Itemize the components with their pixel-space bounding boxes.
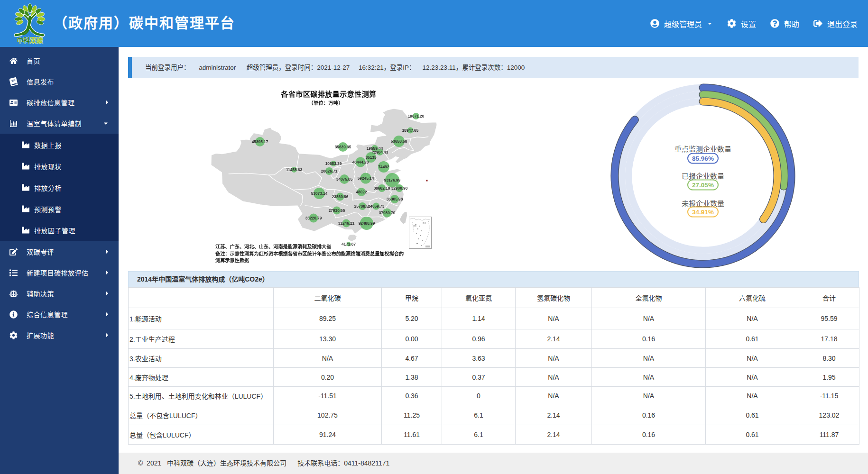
map-bubble-value: 19671.20 xyxy=(408,114,425,118)
table-col-header: 氧化亚氮 xyxy=(442,288,516,308)
app-title: （政府用）碳中和管理平台 xyxy=(53,0,235,47)
table-row: 3.农业活动N/A4.673.63N/AN/AN/A8.30 xyxy=(129,349,859,368)
table-cell: 4.废弃物处理 xyxy=(129,368,274,387)
edit-icon-wrap xyxy=(9,247,18,256)
map-note-2: 备注：示意性测算为红杉资本根据各省市区统计年鉴公布的能源终端消费总量加权拟合的 xyxy=(215,250,404,257)
logo[interactable]: 中科双碳 xyxy=(9,2,50,45)
table-cell: 3.农业活动 xyxy=(129,349,274,368)
sidebar-item-label: 双碳考评 xyxy=(27,247,54,256)
map-bubble-value: 48444.20 xyxy=(352,160,369,164)
help-button[interactable]: 帮助 xyxy=(770,18,799,29)
map-note-1: 江苏、广东、河北、山东、河南是能源消耗及碳排大省 xyxy=(215,243,332,250)
map-bubble-value: 48022 xyxy=(356,190,367,194)
sidebar-item-extended-functions[interactable]: 扩展功能 xyxy=(0,325,119,346)
map-bubble-value: 23860.86 xyxy=(332,194,349,199)
footer-text: © 2021 中科双碳（大连）生态环境技术有限公司 技术联系电话：0411-84… xyxy=(138,459,389,467)
table-cell: 6.1 xyxy=(442,425,516,445)
map-bubble-value: 37980.70 xyxy=(379,210,396,215)
industry-icon-wrap xyxy=(21,226,29,234)
sidebar-item-new-project-eval[interactable]: 新建项目碳排放评估 xyxy=(0,262,119,283)
table-head: 二氧化碳甲烷氧化亚氮氢氟碳化物全氟化物六氟化硫合计 xyxy=(129,288,859,308)
map-bubble-value: 92488.99 xyxy=(359,221,375,226)
sidebar-subitem-emission-analysis[interactable]: 排放分析 xyxy=(0,177,119,198)
info-circle-icon xyxy=(9,310,18,319)
gauge-item-value: 34.91% xyxy=(687,207,719,218)
sidebar-item-label: 综合信息管理 xyxy=(27,310,68,319)
sidebar-item-integrated-info-mgmt[interactable]: 综合信息管理 xyxy=(0,304,119,325)
table-cell: 6.1 xyxy=(442,405,516,425)
table-cell: N/A xyxy=(706,368,799,387)
map-bubble-value: 85135 xyxy=(365,155,376,160)
table-cell: -11.51 xyxy=(274,387,382,405)
table-cell: 4.67 xyxy=(382,349,442,368)
balance-scale-icon xyxy=(9,290,18,298)
industry-icon xyxy=(22,163,29,170)
sidebar-item-carbon-info-mgmt[interactable]: 碳排放信息管理 xyxy=(0,92,119,113)
table-cell: 总量（包含LULUCF） xyxy=(129,425,274,445)
caret-right-wrap xyxy=(105,332,109,338)
industry-icon-wrap xyxy=(21,183,29,191)
list-icon xyxy=(9,269,18,277)
ghg-table: 二氧化碳甲烷氧化亚氮氢氟碳化物全氟化物六氟化硫合计 1.能源活动89.255.2… xyxy=(128,287,859,445)
table-cell: 0.61 xyxy=(706,405,799,425)
table-cell: 3.63 xyxy=(442,349,516,368)
table-cell: 11.25 xyxy=(382,405,442,425)
logout-button[interactable]: 退出登录 xyxy=(813,18,858,29)
table-cell: N/A xyxy=(592,349,706,368)
table-cell: 5.土地利用、土地利用变化和林业（LULUCF） xyxy=(129,387,274,405)
table-col-header: 甲烷 xyxy=(382,288,442,308)
gauge-labels: 重点监测企业数量85.96%已报企业数量27.05%未报企业数量34.91% xyxy=(608,81,798,271)
industry-icon xyxy=(22,141,29,149)
page: {"header": {"logo_text": "中科双碳","title":… xyxy=(0,0,868,474)
caret-down-wrap xyxy=(102,120,109,127)
gauge-item-value: 27.05% xyxy=(687,180,719,191)
caret-right-icon xyxy=(105,249,109,255)
table-cell: 8.30 xyxy=(799,349,859,368)
table-col-header xyxy=(129,288,274,308)
table-row: 总量（包含LULUCF）91.2411.616.12.140.160.61111… xyxy=(129,425,859,445)
sidebar-item-label: 辅助决策 xyxy=(27,289,54,298)
sidebar-item-label: 温室气体清单编制 xyxy=(27,118,82,128)
table-cell: 1.能源活动 xyxy=(129,308,274,329)
map-bubble-value: 74492 xyxy=(378,164,389,169)
table-cell: N/A xyxy=(592,387,706,405)
sidebar-subitem-label: 预测预警 xyxy=(34,204,62,214)
settings-button[interactable]: 设置 xyxy=(727,18,756,29)
sidebar-item-home[interactable]: 首页 xyxy=(0,50,119,71)
sidebar-submenu: 数据上报排放现状排放分析预测预警排放因子管理 xyxy=(0,134,119,241)
user-menu[interactable]: 超级管理员 xyxy=(650,18,713,29)
caret-down-icon xyxy=(102,120,109,127)
table-cell: 2.14 xyxy=(516,425,592,445)
caret-right-icon xyxy=(105,311,109,318)
sidebar-subitem-forecast-warning[interactable]: 预测预警 xyxy=(0,198,119,219)
map-bubble-value: 45395.17 xyxy=(252,139,268,144)
svg-text:诸岛: 诸岛 xyxy=(413,225,417,227)
sidebar-subitem-emission-status[interactable]: 排放现状 xyxy=(0,155,119,177)
gear-icon-wrap xyxy=(9,331,18,339)
map-bubble-value: 35305.98 xyxy=(387,197,403,201)
list-icon-wrap xyxy=(9,268,18,277)
table-cell: 111.87 xyxy=(799,425,859,445)
gauge-item-label: 重点监测企业数量 xyxy=(674,144,731,154)
table-cell: 总量（不包含LULUCF） xyxy=(129,405,274,425)
map-bubble-value: 93176.99 xyxy=(384,178,401,182)
table-header-row: 二氧化碳甲烷氧化亚氮氢氟碳化物全氟化物六氟化硫合计 xyxy=(129,288,859,308)
table-col-header: 六氟化硫 xyxy=(706,288,799,308)
sidebar: 首页信息发布碳排放信息管理温室气体清单编制数据上报排放现状排放分析预测预警排放因… xyxy=(0,47,119,474)
map-bubble-value: 35639.35 xyxy=(335,145,351,149)
book-icon xyxy=(9,77,18,87)
sidebar-item-decision-support[interactable]: 辅助决策 xyxy=(0,283,119,304)
sidebar-subitem-label: 排放因子管理 xyxy=(34,226,75,235)
map-bubble-value: 38662.18 xyxy=(374,186,390,191)
caret-right-wrap xyxy=(105,270,109,276)
sidebar-item-ghg-inventory[interactable]: 温室气体清单编制 xyxy=(0,113,119,134)
map-bubble-value: 27930.55 xyxy=(329,208,345,213)
china-emission-map: 19671.2018947.6553658.5845395.1735639.35… xyxy=(190,85,451,270)
address-card-icon-wrap xyxy=(9,98,18,107)
sidebar-item-info-publish[interactable]: 信息发布 xyxy=(0,71,119,92)
caret-right-wrap xyxy=(105,311,109,318)
sidebar-subitem-emission-factor-mgmt[interactable]: 排放因子管理 xyxy=(0,219,119,241)
sidebar-subitem-data-report[interactable]: 数据上报 xyxy=(0,134,119,155)
sidebar-item-dual-carbon-eval[interactable]: 双碳考评 xyxy=(0,241,119,262)
table-cell: 0.00 xyxy=(382,329,442,349)
